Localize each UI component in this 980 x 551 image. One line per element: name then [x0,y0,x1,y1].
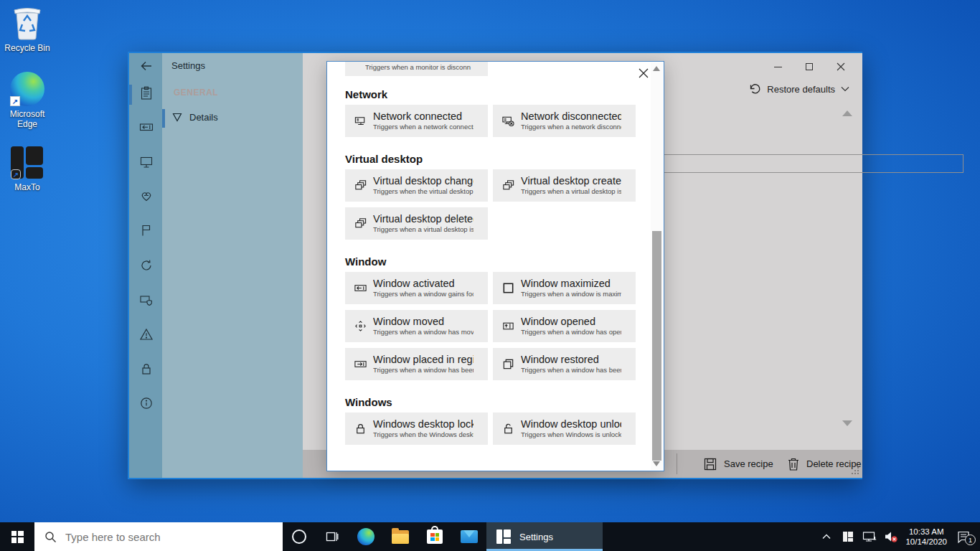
network-connected-icon [354,114,367,128]
lock-open-icon [501,422,515,435]
taskbar-edge-button[interactable] [349,522,383,551]
rail-item-recipes[interactable] [139,86,154,100]
rail-item-flags[interactable] [139,223,154,237]
tile-window-restored[interactable]: Window restored Triggers when a window h… [493,348,636,380]
tile-subtitle: Triggers when a network disconnec [521,123,621,131]
maximize-button[interactable] [793,59,825,75]
section-header-network: Network [345,88,650,100]
tile-title: Window restored [521,354,621,366]
task-view-icon [325,529,339,544]
search-input[interactable] [65,531,245,543]
window-placed-icon [354,357,367,371]
save-recipe-button[interactable]: Save recipe [703,450,773,478]
tile-network-connected[interactable]: Network connected Triggers when a networ… [345,105,488,137]
tile-virtual-desktop-created[interactable]: Virtual desktop created Triggers when a … [493,169,636,202]
rail-item-inputs[interactable] [139,120,154,134]
clock-time: 10:33 AM [905,527,947,537]
window-activated-icon [354,281,367,295]
nav-panel: Settings GENERAL Details [162,53,303,478]
window-restored-icon [501,357,515,371]
tile-title: Window desktop unlocked [521,418,621,430]
tile-subtitle: Triggers when a window has moved [373,328,473,336]
tile-title: Window activated [373,278,473,290]
nav-item-details[interactable]: Details [162,108,303,129]
tile-subtitle: Triggers when the virtual desktop ch [373,187,473,196]
tile-network-disconnected[interactable]: Network disconnected Triggers when a net… [493,105,636,137]
virtual-desktop-icon [501,179,515,192]
virtual-desktop-icon [354,217,367,230]
tile-subtitle: Triggers when Windows is unlocked [521,430,621,439]
undo-icon [747,82,761,96]
rail-item-license[interactable] [139,362,154,376]
desktop-icon-recycle-bin[interactable]: Recycle Bin [0,4,55,53]
rail-item-updates[interactable] [139,258,154,273]
selected-nav-indicator [162,109,165,128]
minimize-button[interactable] [762,59,793,75]
restore-defaults-button[interactable]: Restore defaults [747,82,849,96]
taskbar-clock[interactable]: 10:33 AM 10/14/2020 [905,527,947,547]
nav-item-label: Details [189,112,218,123]
taskbar-store-button[interactable] [418,522,452,551]
taskbar-active-app-settings[interactable]: Settings [486,522,603,551]
tile-virtual-desktop-changed[interactable]: Virtual desktop changed Triggers when th… [345,169,488,202]
tile-grid: Windows desktop locked Triggers when the… [345,413,650,445]
microsoft-edge-icon: ↗ [10,72,44,106]
window-controls [762,59,857,75]
desktop-icon-label: MaxTo [0,182,55,192]
nav-section-header: GENERAL [174,88,218,98]
tile-title: Virtual desktop changed [373,175,473,187]
dialog-scrollbar[interactable] [651,62,663,470]
tile-window-desktop-unlocked[interactable]: Window desktop unlocked Triggers when Wi… [493,413,636,445]
nav-rail [129,53,162,478]
maxto-icon: ↗ [11,146,44,179]
tray-volume-muted-icon[interactable] [884,529,898,544]
scroll-up-arrow[interactable] [653,66,660,71]
tile-virtual-desktop-deleted[interactable]: Virtual desktop deleted Triggers when a … [345,207,488,240]
tile-window-placed-in-region[interactable]: Window placed in region Triggers when a … [345,348,488,380]
tile-subtitle: Triggers when the Windows deskto [373,430,473,439]
tile-grid: Network connected Triggers when a networ… [345,105,650,137]
resize-grip[interactable] [851,466,859,475]
section-header-window: Window [345,255,650,268]
tile-subtitle: Triggers when a window gains focu [373,290,473,298]
tile-title: Window opened [521,316,621,328]
section-header-windows: Windows [345,396,650,408]
desktop-icon-maxto[interactable]: ↗ MaxTo [0,146,55,192]
rail-item-health[interactable] [139,189,154,203]
rail-item-monitors[interactable] [139,155,154,169]
tile-window-opened[interactable]: Window opened Triggers when a window has… [493,310,636,342]
taskbar-mail-button[interactable] [452,522,486,551]
taskbar-search[interactable] [34,522,283,551]
tile-window-moved[interactable]: Window moved Triggers when a window has … [345,310,488,342]
tile-subtitle: Triggers when a window is maximiz [521,290,621,298]
task-view-button[interactable] [316,522,349,551]
close-button[interactable] [825,59,857,75]
taskbar-explorer-button[interactable] [383,522,418,551]
tile-title: Virtual desktop created [521,175,621,187]
start-button[interactable] [0,522,34,551]
cortana-button[interactable] [283,522,316,551]
scroll-down-arrow[interactable] [653,461,660,466]
rail-item-about[interactable] [139,396,154,410]
tile-title: Network connected [373,110,473,123]
back-button[interactable] [139,59,154,73]
window-maximized-icon [501,281,515,295]
action-center-button[interactable]: 1 [954,529,973,544]
rail-item-window-rules[interactable] [139,293,154,307]
tray-chevron-up-icon[interactable] [819,529,834,544]
tray-maxto-icon[interactable] [841,529,855,544]
trigger-picker-dialog: Triggers when a monitor is disconn Netwo… [326,61,664,471]
tile-window-maximized[interactable]: Window maximized Triggers when a window … [493,272,636,304]
scroll-up-arrow[interactable] [842,110,852,116]
lock-closed-icon [354,422,367,435]
rail-item-warnings[interactable] [139,327,154,342]
active-app-label: Settings [519,532,553,542]
tile-windows-desktop-locked[interactable]: Windows desktop locked Triggers when the… [345,413,488,445]
scrollbar-thumb[interactable] [652,231,661,461]
save-icon [703,457,717,471]
desktop-icon-microsoft-edge[interactable]: ↗ Microsoft Edge [0,72,55,129]
tile-window-activated[interactable]: Window activated Triggers when a window … [345,272,488,304]
tray-network-icon[interactable] [862,529,877,544]
windows-logo-icon [11,531,24,543]
scroll-down-arrow[interactable] [842,420,852,426]
